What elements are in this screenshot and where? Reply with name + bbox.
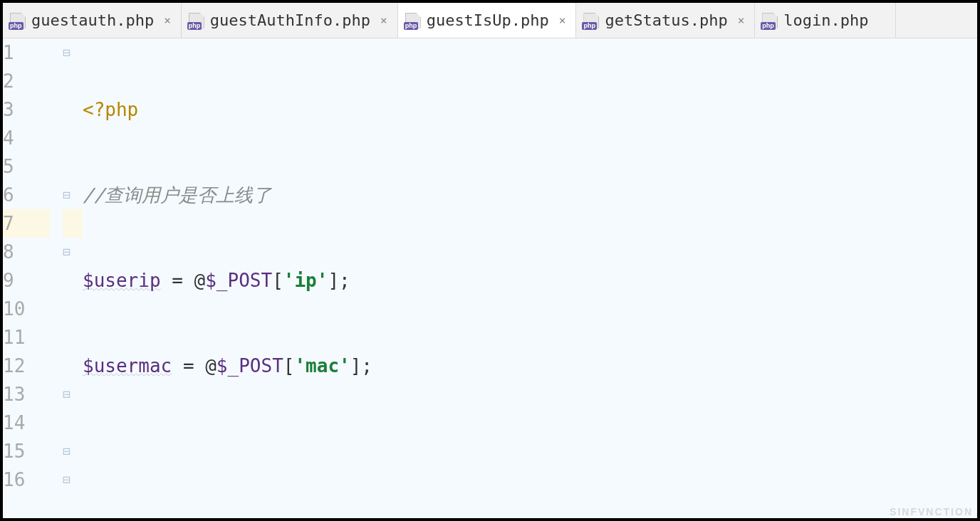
tab-getstatus[interactable]: getStatus.php × [576, 3, 755, 38]
tab-guestauth[interactable]: guestauth.php × [3, 3, 182, 38]
code-line[interactable]: //查询用户是否上线了 [83, 181, 977, 209]
fold-mark [63, 209, 83, 238]
line-number: 5 [3, 152, 50, 181]
fold-mark[interactable]: ⊟ [63, 38, 83, 67]
tab-label: guestIsUp.php [427, 11, 549, 29]
close-icon[interactable]: × [164, 14, 171, 27]
superglobal: $_POST [217, 352, 283, 380]
fold-gutter: ⊟ ⊟ ⊟ ⊟ ⊟ ⊟ [63, 38, 83, 518]
fold-mark [63, 323, 83, 352]
tab-bar: guestauth.php × guestAuthInfo.php × gues… [3, 3, 977, 38]
line-number: 14 [3, 409, 50, 437]
php-file-icon [405, 13, 421, 28]
line-number: 4 [3, 124, 50, 152]
close-icon[interactable]: × [559, 14, 566, 27]
line-number: 3 [3, 95, 50, 124]
line-number: 6 [3, 181, 50, 209]
tab-login[interactable]: login.php × [755, 3, 896, 38]
fold-mark [63, 152, 83, 181]
string: 'ip' [283, 266, 328, 295]
variable: $userip [83, 266, 161, 295]
bracket: [ [272, 266, 283, 295]
close-icon[interactable]: × [738, 14, 745, 27]
at-op: @ [194, 266, 206, 295]
variable: $usermac [83, 352, 172, 380]
fold-mark[interactable]: ⊟ [63, 380, 83, 409]
code-line[interactable]: <?php [83, 95, 977, 124]
line-number: 8 [3, 238, 50, 266]
tab-label: login.php [783, 11, 868, 29]
end: ]; [328, 266, 350, 295]
code-line[interactable]: $userip = @$_POST['ip']; [83, 266, 977, 295]
fold-mark[interactable]: ⊟ [63, 437, 83, 465]
fold-mark [63, 352, 83, 380]
line-number: 15 [3, 437, 50, 465]
fold-mark[interactable]: ⊟ [63, 465, 83, 494]
php-file-icon [10, 13, 26, 28]
code-line[interactable] [83, 437, 977, 465]
end: ]; [350, 352, 372, 380]
php-file-icon [762, 13, 778, 28]
at-op: @ [205, 352, 217, 380]
fold-mark [63, 266, 83, 295]
code-area[interactable]: <?php //查询用户是否上线了 $userip = @$_POST['ip'… [83, 38, 977, 518]
line-number-gutter: 1 2 3 4 5 6 7 8 9 10 11 12 13 14 15 16 [3, 38, 63, 518]
watermark: SINFVNCTION [890, 507, 973, 517]
line-number: 11 [3, 323, 50, 352]
fold-mark [63, 409, 83, 437]
line-number: 9 [3, 266, 50, 295]
tab-label: getStatus.php [605, 11, 727, 29]
comment: //查询用户是否上线了 [83, 181, 271, 209]
fold-mark [63, 67, 83, 95]
fold-mark [63, 124, 83, 152]
code-line[interactable]: $usermac = @$_POST['mac']; [83, 352, 977, 380]
fold-mark[interactable]: ⊟ [63, 238, 83, 266]
string: 'mac' [294, 352, 350, 380]
line-number: 7 [3, 209, 50, 238]
bracket: [ [283, 352, 295, 380]
tab-guestisup[interactable]: guestIsUp.php × [398, 3, 577, 38]
line-number: 13 [3, 380, 50, 409]
line-number: 1 [3, 38, 50, 67]
tab-label: guestauth.php [31, 11, 154, 29]
tab-guestauthinfo[interactable]: guestAuthInfo.php × [182, 3, 398, 38]
superglobal: $_POST [205, 266, 272, 295]
php-file-icon [583, 13, 599, 28]
tab-label: guestAuthInfo.php [210, 11, 370, 29]
line-number: 2 [3, 67, 50, 95]
fold-mark[interactable]: ⊟ [63, 181, 83, 209]
line-number: 10 [3, 295, 50, 323]
close-icon[interactable]: × [380, 14, 387, 27]
line-number: 12 [3, 352, 50, 380]
op: = [161, 266, 194, 295]
php-file-icon [189, 13, 204, 28]
php-open-tag: <?php [83, 95, 138, 124]
editor-window: guestauth.php × guestAuthInfo.php × gues… [0, 0, 980, 521]
fold-mark [63, 95, 83, 124]
code-editor[interactable]: 1 2 3 4 5 6 7 8 9 10 11 12 13 14 15 16 ⊟… [3, 38, 977, 518]
line-number: 16 [3, 465, 50, 494]
fold-mark [63, 295, 83, 323]
op: = [172, 352, 205, 380]
